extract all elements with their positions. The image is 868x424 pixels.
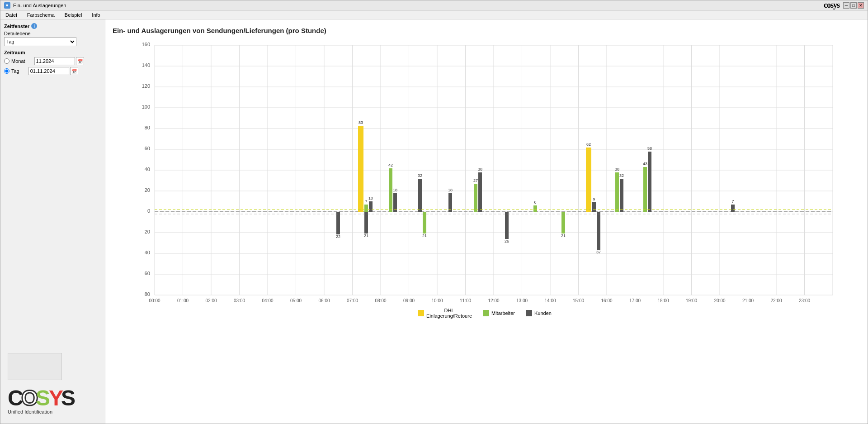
monat-radio-label: Monat bbox=[11, 58, 25, 64]
logo-container: C O S Y S Unified Identification bbox=[8, 384, 98, 416]
svg-text:19:00: 19:00 bbox=[686, 298, 697, 302]
monat-radio-row: Monat 11.2024 📅 bbox=[4, 57, 101, 65]
window-title: Ein- und Auslagerungen bbox=[13, 3, 66, 8]
svg-text:18: 18 bbox=[448, 188, 453, 192]
svg-text:38: 38 bbox=[478, 167, 482, 172]
legend-mitarbeiter-color bbox=[483, 310, 489, 316]
svg-text:43: 43 bbox=[643, 162, 647, 166]
bar-17-mit-pos bbox=[643, 167, 647, 212]
monat-input[interactable]: 11.2024 bbox=[34, 57, 75, 65]
svg-text:15:00: 15:00 bbox=[573, 298, 584, 302]
svg-text:32: 32 bbox=[619, 173, 624, 178]
svg-text:7: 7 bbox=[731, 199, 734, 204]
svg-text:18:00: 18:00 bbox=[657, 298, 669, 302]
detailebene-label: Detailebene bbox=[4, 31, 101, 36]
bar-07-dhl-pos bbox=[358, 126, 363, 212]
svg-text:58: 58 bbox=[647, 146, 652, 151]
bar-16-mit-pos bbox=[615, 172, 619, 212]
svg-text:22:00: 22:00 bbox=[770, 298, 782, 302]
legend-kunden-color bbox=[526, 310, 532, 316]
logo-box bbox=[8, 353, 62, 380]
tag-radio-row: Tag 01.11.2024 📅 bbox=[4, 67, 101, 75]
bar-16-kun-pos bbox=[620, 179, 623, 212]
svg-text:0: 0 bbox=[147, 208, 150, 214]
bar-15-dhl-pos bbox=[586, 148, 591, 212]
svg-text:13:00: 13:00 bbox=[516, 298, 528, 302]
svg-text:38: 38 bbox=[615, 167, 619, 172]
bar-14-mit-neg bbox=[561, 212, 565, 233]
svg-text:10:00: 10:00 bbox=[431, 298, 443, 302]
menu-datei[interactable]: Datei bbox=[4, 12, 19, 18]
svg-text:21: 21 bbox=[364, 233, 368, 238]
zeitfenster-label: Zeitfenster bbox=[4, 24, 29, 29]
legend-dhl-label: DHLEinlagerung/Retoure bbox=[426, 308, 472, 319]
chart-svg: 160 140 120 100 80 60 40 20 0 20 40 60 8… bbox=[113, 40, 857, 302]
svg-text:21:00: 21:00 bbox=[742, 298, 754, 302]
svg-text:21: 21 bbox=[422, 233, 427, 238]
main-window: ■ Ein- und Auslagerungen cosys ─ □ ✕ Dat… bbox=[0, 0, 868, 424]
tag-input[interactable]: 01.11.2024 bbox=[28, 67, 69, 75]
svg-text:40: 40 bbox=[145, 167, 150, 172]
monat-radio[interactable] bbox=[4, 58, 9, 64]
chart-area: Ein- und Auslagerungen von Sendungen/Lie… bbox=[105, 19, 868, 424]
svg-text:42: 42 bbox=[388, 163, 393, 167]
cosys-brand: cosys bbox=[824, 0, 840, 10]
svg-text:32: 32 bbox=[418, 173, 422, 178]
minimize-button[interactable]: ─ bbox=[843, 2, 849, 9]
tag-radio[interactable] bbox=[4, 68, 9, 74]
menu-info[interactable]: Info bbox=[90, 12, 101, 18]
bar-07-kun-pos bbox=[369, 201, 373, 212]
info-icon[interactable]: i bbox=[31, 23, 37, 29]
chart-title: Ein- und Auslagerungen von Sendungen/Lie… bbox=[113, 27, 857, 34]
title-bar: ■ Ein- und Auslagerungen cosys ─ □ ✕ bbox=[0, 0, 868, 10]
unified-identification-label: Unified Identification bbox=[8, 409, 52, 414]
svg-text:23:00: 23:00 bbox=[799, 298, 810, 302]
close-button[interactable]: ✕ bbox=[858, 2, 864, 9]
svg-text:62: 62 bbox=[586, 142, 591, 147]
svg-text:9: 9 bbox=[593, 197, 595, 201]
restore-button[interactable]: □ bbox=[850, 2, 857, 9]
svg-text:07:00: 07:00 bbox=[347, 298, 358, 302]
svg-text:14:00: 14:00 bbox=[544, 298, 556, 302]
menu-farbschema[interactable]: Farbschema bbox=[26, 12, 56, 18]
title-bar-controls: ─ □ ✕ bbox=[843, 2, 864, 9]
chart-svg-wrapper: 160 140 120 100 80 60 40 20 0 20 40 60 8… bbox=[113, 40, 857, 416]
svg-text:12:00: 12:00 bbox=[488, 298, 499, 302]
legend-dhl-color bbox=[418, 310, 424, 316]
svg-text:100: 100 bbox=[142, 104, 150, 110]
bar-15-kun-pos bbox=[592, 202, 596, 212]
svg-text:80: 80 bbox=[145, 291, 150, 297]
bar-08-mit-pos bbox=[389, 168, 392, 212]
sidebar: Zeitfenster i Detailebene Tag Stunde Woc… bbox=[0, 19, 105, 424]
legend-mitarbeiter: Mitarbeiter bbox=[483, 310, 515, 316]
sidebar-top: Zeitfenster i Detailebene Tag Stunde Woc… bbox=[4, 23, 101, 77]
monat-calendar-icon[interactable]: 📅 bbox=[76, 57, 84, 65]
svg-text:160: 160 bbox=[142, 42, 150, 47]
menu-beispiel[interactable]: Beispiel bbox=[63, 12, 84, 18]
bar-11-kun-pos bbox=[478, 172, 482, 212]
bar-15-kun-neg bbox=[597, 212, 600, 250]
legend-kunden: Kunden bbox=[526, 310, 552, 316]
detailebene-select[interactable]: Tag Stunde Woche Monat bbox=[4, 37, 76, 46]
svg-text:120: 120 bbox=[142, 83, 150, 89]
svg-text:83: 83 bbox=[359, 120, 363, 125]
bar-17-kun-pos bbox=[648, 152, 651, 212]
bar-08-kun-pos bbox=[393, 193, 397, 212]
svg-text:01:00: 01:00 bbox=[177, 298, 189, 302]
bar-10-kun-pos bbox=[448, 193, 452, 212]
svg-text:11:00: 11:00 bbox=[460, 298, 471, 302]
bar-07-kun-neg bbox=[364, 212, 368, 233]
svg-text:18: 18 bbox=[393, 188, 397, 192]
svg-text:20: 20 bbox=[145, 187, 150, 193]
zeitraum-label: Zeitraum bbox=[4, 50, 101, 55]
bar-09-mit-neg bbox=[423, 212, 426, 233]
legend-mitarbeiter-label: Mitarbeiter bbox=[491, 310, 515, 316]
tag-date-wrapper: 01.11.2024 📅 bbox=[28, 67, 78, 75]
bar-13-mit-pos bbox=[533, 205, 537, 212]
app-icon: ■ bbox=[4, 2, 10, 9]
tag-calendar-icon[interactable]: 📅 bbox=[70, 67, 78, 75]
svg-text:05:00: 05:00 bbox=[290, 298, 302, 302]
svg-text:6: 6 bbox=[534, 200, 536, 205]
legend-kunden-label: Kunden bbox=[534, 310, 552, 316]
svg-text:60: 60 bbox=[145, 271, 150, 276]
